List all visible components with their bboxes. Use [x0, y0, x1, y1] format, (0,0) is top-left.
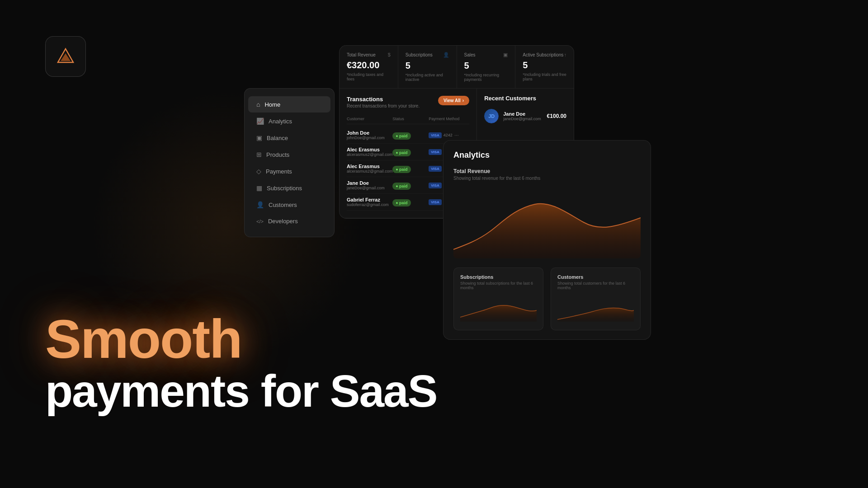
analytics-bottom: Subscriptions Showing total subscription…	[453, 267, 641, 339]
transactions-header: Transactions Recent transactions from yo…	[347, 96, 469, 108]
stat-active-subscriptions: Active Subscriptions ↑ 5 *Including tria…	[515, 46, 574, 88]
sidebar-item-payments[interactable]: ◇ Payments	[248, 163, 330, 179]
stat-label-revenue: Total Revenue	[347, 52, 376, 57]
sidebar-panel: ⌂ Home 📈 Analytics ▣ Balance ⊞ Products …	[244, 88, 335, 237]
sidebar-item-customers[interactable]: 👤 Customers	[248, 197, 330, 213]
person-icon: 👤	[443, 52, 449, 58]
customer-row: JD Jane Doe janeDoe@gmail.com €100.00	[484, 106, 566, 126]
analytics-revenue-title: Total Revenue	[453, 168, 641, 174]
sidebar-item-balance[interactable]: ▣ Balance	[248, 130, 330, 146]
trend-icon: ↑	[564, 52, 567, 57]
customer-info-email: janeDoe@gmail.com	[503, 117, 542, 121]
customer-name: Jane Doe	[347, 180, 392, 186]
status-badge: ● paid	[392, 149, 410, 156]
customers-icon: 👤	[256, 201, 264, 208]
arrow-icon: ›	[462, 98, 464, 103]
status-badge: ● paid	[392, 199, 410, 206]
hero-line2: payments for SaaS	[45, 366, 437, 416]
customers-card-sub: Showing total customers for the last 6 m…	[557, 281, 634, 290]
dollar-icon: $	[388, 52, 391, 57]
sidebar-label-payments: Payments	[266, 168, 292, 175]
subscriptions-mini-card: Subscriptions Showing total subscription…	[453, 267, 543, 330]
stat-desc-subscriptions: *Including active and inactive	[406, 73, 449, 82]
table-header: Customer Status Payment Method	[347, 114, 469, 124]
more-options-icon[interactable]: ···	[454, 132, 459, 138]
subscriptions-card-sub: Showing total subscriptions for the last…	[460, 281, 537, 290]
payments-icon: ◇	[256, 168, 261, 175]
stat-value-active: 5	[523, 60, 566, 70]
analytics-icon: 📈	[256, 117, 264, 125]
visa-badge: VISA	[429, 183, 442, 188]
customer-amount: €100.00	[547, 113, 566, 119]
payment-method: VISA 4242 ···	[429, 132, 469, 138]
status-badge: ● paid	[392, 183, 410, 190]
view-all-label: View All	[443, 98, 461, 103]
sidebar-item-products[interactable]: ⊞ Products	[248, 146, 330, 163]
col-customer: Customer	[347, 117, 392, 121]
products-icon: ⊞	[256, 151, 262, 158]
status-badge: ● paid	[392, 132, 410, 140]
visa-badge: VISA	[429, 149, 442, 155]
customer-info-name: Jane Doe	[503, 111, 542, 117]
sidebar-item-home[interactable]: ⌂ Home	[248, 96, 330, 113]
visa-badge: VISA	[429, 199, 442, 205]
customer-email: johnDoe@gmail.com	[347, 136, 392, 140]
customer-name: Gabriel Ferraz	[347, 197, 392, 202]
hero-section: Smooth payments for SaaS	[45, 312, 437, 416]
card-number: 4242	[443, 133, 453, 137]
analytics-title: Analytics	[453, 150, 641, 160]
stat-total-revenue: Total Revenue $ €320.00 *Including taxes…	[340, 46, 398, 88]
customer-name: John Doe	[347, 130, 392, 136]
stat-desc-sales: *Including recurring payments	[464, 73, 508, 82]
sidebar-item-subscriptions[interactable]: ▦ Subscriptions	[248, 180, 330, 196]
stat-label-sales: Sales	[464, 52, 476, 57]
sidebar-label-customers: Customers	[269, 202, 297, 208]
sidebar-item-analytics[interactable]: 📈 Analytics	[248, 113, 330, 129]
customer-email: sudoferraz@gmail.com	[347, 202, 392, 207]
sidebar-label-analytics: Analytics	[269, 118, 292, 125]
customer-name: Alec Erasmus	[347, 147, 392, 152]
stat-value-subscriptions: 5	[406, 61, 449, 71]
subscriptions-card-title: Subscriptions	[460, 274, 537, 280]
analytics-revenue-sub: Showing total revenue for the last 6 mon…	[453, 176, 641, 181]
recent-customers-title: Recent Customers	[484, 95, 566, 102]
home-icon: ⌂	[256, 101, 260, 108]
col-payment: Payment Method	[429, 117, 469, 121]
analytics-panel: Analytics Total Revenue Showing total re…	[443, 140, 651, 340]
customers-card-title: Customers	[557, 274, 634, 280]
revenue-chart-svg	[453, 186, 641, 258]
stat-value-sales: 5	[464, 61, 508, 71]
stat-subscriptions: Subscriptions 👤 5 *Including active and …	[398, 46, 457, 88]
transactions-title: Transactions	[347, 96, 420, 103]
customer-name: Alec Erasmus	[347, 164, 392, 169]
customer-email: janeDoe@gmail.com	[347, 186, 392, 190]
stat-label-active: Active Subscriptions	[523, 52, 563, 57]
customers-mini-card: Customers Showing total customers for th…	[551, 267, 641, 330]
view-all-button[interactable]: View All ›	[438, 96, 469, 105]
sidebar-label-subscriptions: Subscriptions	[267, 185, 302, 192]
logo-container	[45, 36, 86, 77]
visa-badge: VISA	[429, 132, 442, 138]
col-status: Status	[392, 117, 429, 121]
status-badge: ● paid	[392, 166, 410, 173]
grid-icon: ▣	[503, 52, 508, 58]
hero-line1: Smooth	[45, 312, 437, 366]
customer-email: alcerasmus2@gmail.com	[347, 169, 392, 174]
revenue-chart	[453, 186, 641, 258]
stats-row: Total Revenue $ €320.00 *Including taxes…	[340, 46, 574, 89]
sidebar-label-developers: Developers	[268, 218, 298, 225]
customer-email: alcerasmus2@gmail.com	[347, 152, 392, 157]
stat-sales: Sales ▣ 5 *Including recurring payments	[457, 46, 516, 88]
sidebar-item-developers[interactable]: </> Developers	[248, 213, 330, 229]
stat-desc-revenue: *Including taxes and fees	[347, 72, 391, 81]
customer-avatar: JD	[484, 109, 499, 123]
subscriptions-icon: ▦	[256, 184, 262, 192]
stat-value-revenue: €320.00	[347, 60, 391, 70]
balance-icon: ▣	[256, 134, 262, 141]
sidebar-label-balance: Balance	[267, 135, 288, 141]
stat-label-subscriptions: Subscriptions	[406, 52, 433, 57]
visa-badge: VISA	[429, 166, 442, 172]
stat-desc-active: *Including trials and free plans	[523, 72, 566, 81]
logo-icon	[54, 45, 77, 68]
sidebar-label-home: Home	[264, 101, 280, 108]
